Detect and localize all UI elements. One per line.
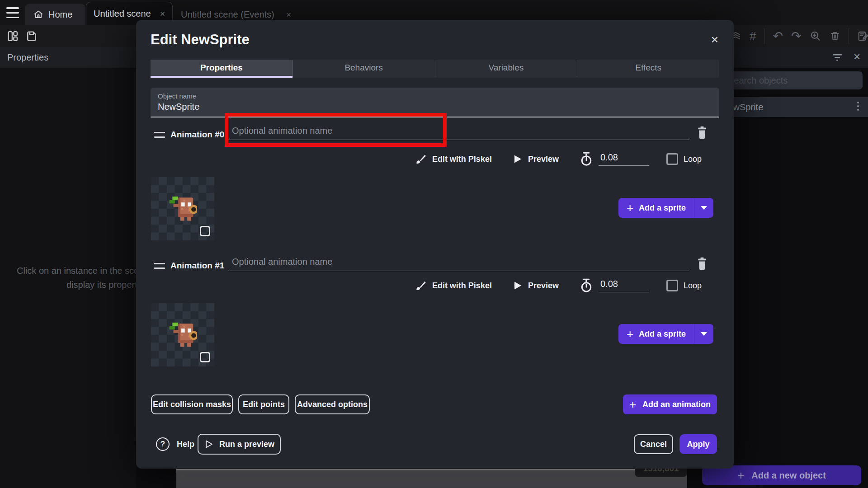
brush-icon: [415, 280, 427, 291]
toolbar-divider: [849, 28, 849, 44]
toolbar-divider: [764, 28, 764, 44]
apply-button[interactable]: Apply: [679, 434, 717, 454]
preview-button[interactable]: Preview: [528, 281, 559, 291]
scene-canvas-edge: [176, 469, 687, 488]
plus-icon: +: [737, 469, 744, 481]
edit-collision-masks-button[interactable]: Edit collision masks: [151, 394, 233, 414]
loop-label: Loop: [684, 155, 702, 164]
tab-behaviors[interactable]: Behaviors: [292, 60, 435, 78]
home-icon: [33, 9, 44, 20]
sprite-select-checkbox[interactable]: [200, 226, 210, 236]
add-sprite-button: + Add a sprite: [618, 198, 713, 218]
chevron-down-icon: [701, 206, 707, 210]
add-sprite-button: + Add a sprite: [618, 324, 713, 344]
animation-name-field: [228, 122, 689, 140]
animation-controls: Edit with Piskel Preview Loop: [407, 149, 702, 169]
timer-icon: [580, 152, 593, 166]
cancel-button[interactable]: Cancel: [634, 434, 673, 454]
tab-home[interactable]: Home: [25, 4, 85, 25]
events-editor-icon[interactable]: [857, 30, 868, 42]
run-preview-button[interactable]: Run a preview: [198, 434, 281, 455]
plus-icon: +: [627, 202, 633, 214]
drag-handle-icon[interactable]: [154, 263, 165, 269]
animation-name-input[interactable]: [228, 122, 689, 140]
run-preview-label: Run a preview: [219, 440, 274, 449]
tab-properties[interactable]: Properties: [151, 60, 292, 78]
help-label: Help: [177, 440, 194, 449]
object-name-field[interactable]: Object name NewSprite: [151, 88, 719, 117]
brush-icon: [415, 153, 427, 165]
undo-icon[interactable]: ↶: [773, 29, 783, 43]
properties-panel-title: Properties: [0, 47, 136, 68]
filter-icon[interactable]: [832, 53, 843, 61]
grid-icon[interactable]: #: [750, 29, 756, 43]
dialog-title: Edit NewSprite: [151, 32, 250, 48]
trash-icon[interactable]: [830, 31, 840, 42]
time-between-frames-input[interactable]: [599, 152, 649, 165]
add-sprite-main[interactable]: + Add a sprite: [618, 202, 694, 214]
add-sprite-label: Add a sprite: [639, 203, 686, 213]
zoom-in-icon[interactable]: [810, 30, 821, 42]
dialog-tab-bar: Properties Behaviors Variables Effects: [151, 60, 719, 78]
animation-controls: Edit with Piskel Preview Loop: [407, 276, 702, 296]
sprite-image: [165, 319, 197, 348]
play-icon: [513, 154, 523, 164]
animation-name-input[interactable]: [228, 253, 689, 271]
object-name-value: NewSprite: [158, 102, 712, 112]
sprite-select-checkbox[interactable]: [200, 352, 210, 362]
save-icon[interactable]: [25, 30, 38, 42]
sprite-image: [165, 192, 197, 222]
delete-animation-icon[interactable]: [696, 126, 708, 139]
add-new-object-label: Add a new object: [751, 470, 826, 481]
time-between-frames-field: [599, 279, 649, 292]
add-sprite-label: Add a sprite: [639, 329, 686, 339]
panels-layout-icon[interactable]: [6, 30, 19, 42]
tab-variables[interactable]: Variables: [435, 60, 577, 78]
timer-icon: [580, 278, 593, 293]
drag-handle-icon[interactable]: [154, 132, 165, 138]
animation-label: Animation #0: [170, 130, 224, 140]
tab-scene-label: Untitled scene: [94, 9, 151, 19]
add-sprite-dropdown[interactable]: [694, 206, 713, 210]
tab-events-label: Untitled scene (Events): [181, 9, 274, 20]
sprite-thumbnail[interactable]: [151, 177, 214, 240]
loop-checkbox[interactable]: [666, 153, 678, 165]
loop-checkbox[interactable]: [666, 280, 678, 291]
add-sprite-dropdown[interactable]: [694, 332, 713, 336]
add-sprite-main[interactable]: + Add a sprite: [618, 328, 694, 340]
edit-object-dialog: Edit NewSprite × Properties Behaviors Va…: [136, 20, 734, 469]
help-icon: ?: [156, 437, 170, 451]
close-icon[interactable]: ×: [711, 33, 718, 46]
animation-label: Animation #1: [170, 261, 224, 271]
loop-label: Loop: [684, 281, 702, 291]
kebab-menu-icon[interactable]: [857, 102, 860, 111]
redo-icon[interactable]: ↷: [791, 29, 802, 43]
play-outline-icon: [204, 439, 214, 449]
tab-effects[interactable]: Effects: [577, 60, 719, 78]
close-icon[interactable]: ×: [854, 50, 860, 64]
object-name-label: Object name: [158, 92, 712, 100]
sprite-thumbnail[interactable]: [151, 303, 214, 366]
plus-icon: +: [627, 328, 633, 340]
close-icon[interactable]: ×: [286, 10, 291, 19]
tab-home-label: Home: [48, 9, 72, 20]
edit-with-piskel-button[interactable]: Edit with Piskel: [432, 281, 492, 291]
add-animation-label: Add an animation: [642, 400, 711, 409]
chevron-down-icon: [701, 332, 707, 336]
play-icon: [513, 281, 523, 291]
preview-button[interactable]: Preview: [528, 155, 559, 164]
plus-icon: +: [629, 399, 636, 410]
add-animation-button[interactable]: + Add an animation: [623, 394, 717, 414]
scene-toolbar-icons: # ↶ ↷: [730, 28, 868, 44]
time-between-frames-input[interactable]: [599, 279, 649, 292]
delete-animation-icon[interactable]: [696, 257, 708, 270]
edit-with-piskel-button[interactable]: Edit with Piskel: [432, 155, 492, 164]
time-between-frames-field: [599, 152, 649, 166]
hamburger-menu-icon[interactable]: [6, 7, 19, 18]
properties-empty-message-line1: Click on an instance in the sce: [17, 266, 139, 276]
edit-points-button[interactable]: Edit points: [238, 394, 289, 414]
help-button[interactable]: ? Help: [156, 437, 194, 451]
advanced-options-button[interactable]: Advanced options: [295, 394, 370, 414]
close-icon[interactable]: ×: [160, 9, 165, 18]
animation-name-field: [228, 253, 689, 271]
